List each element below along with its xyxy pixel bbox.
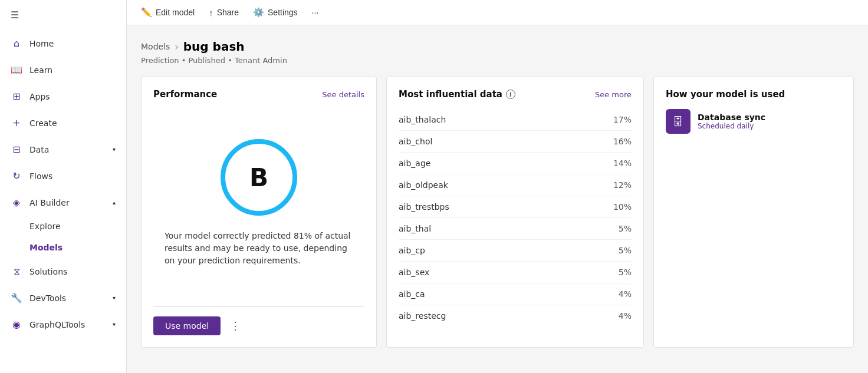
- table-row: aib_trestbps 10%: [399, 196, 632, 218]
- data-field-pct: 12%: [613, 180, 632, 190]
- sidebar-item-label: Apps: [29, 92, 50, 101]
- sidebar-item-data[interactable]: ⊟ Data ▾: [0, 136, 126, 163]
- how-used-card: How your model is used 🗄 Database sync S…: [653, 77, 854, 348]
- create-icon: +: [11, 117, 22, 128]
- data-field-name: aib_sex: [399, 268, 429, 277]
- table-row: aib_thalach 17%: [399, 109, 632, 131]
- learn-icon: 📖: [11, 64, 22, 75]
- performance-circle: B: [221, 139, 297, 216]
- performance-description: Your model correctly predicted 81% of ac…: [165, 230, 353, 267]
- performance-card: Performance See details B Your model cor…: [141, 77, 377, 348]
- table-row: aib_oldpeak 12%: [399, 174, 632, 196]
- table-row: aib_ca 4%: [399, 283, 632, 305]
- how-used-item: 🗄 Database sync Scheduled daily: [666, 109, 841, 134]
- data-field-pct: 5%: [619, 268, 632, 277]
- more-dots-icon: ⋮: [230, 320, 241, 332]
- breadcrumb-parent[interactable]: Models: [141, 42, 170, 51]
- edit-icon: ✏️: [141, 7, 152, 18]
- breadcrumb-current: bug bash: [183, 39, 245, 54]
- use-model-more-button[interactable]: ⋮: [225, 317, 245, 335]
- data-field-pct: 4%: [619, 289, 632, 299]
- sidebar-item-label: Create: [29, 118, 57, 128]
- sidebar-item-label: Data: [29, 145, 49, 154]
- performance-title: Performance: [153, 89, 217, 100]
- data-field-name: aib_chol: [399, 137, 432, 146]
- info-icon[interactable]: i: [506, 90, 515, 99]
- chevron-down-icon-2: ▾: [113, 295, 116, 301]
- sidebar-item-learn[interactable]: 📖 Learn: [0, 57, 126, 83]
- content-area: Models › bug bash Prediction • Published…: [127, 25, 868, 373]
- influential-data-list: aib_thalach 17% aib_chol 16% aib_age 14%…: [399, 109, 632, 326]
- influential-title: Most influential data i: [399, 89, 515, 100]
- edit-model-label: Edit model: [156, 8, 195, 17]
- how-used-title: How your model is used: [666, 89, 785, 100]
- how-used-info: Database sync Scheduled daily: [698, 113, 765, 130]
- db-sub-label: Scheduled daily: [698, 122, 765, 130]
- sidebar: ☰ ⌂ Home 📖 Learn ⊞ Apps + Create ⊟ Data …: [0, 0, 127, 373]
- sidebar-item-label: Flows: [29, 171, 52, 181]
- data-field-name: aib_thal: [399, 224, 431, 233]
- cards-row: Performance See details B Your model cor…: [141, 77, 854, 348]
- hamburger-icon: ☰: [11, 9, 19, 21]
- data-field-pct: 16%: [613, 137, 632, 146]
- share-icon: ↑: [209, 8, 213, 18]
- performance-grade: B: [249, 163, 268, 192]
- table-row: aib_thal 5%: [399, 218, 632, 240]
- settings-label: Settings: [268, 8, 298, 17]
- data-field-pct: 5%: [619, 224, 632, 233]
- main-content: ✏️ Edit model ↑ Share ⚙️ Settings ··· Mo…: [127, 0, 868, 373]
- data-field-name: aib_thalach: [399, 115, 446, 124]
- sidebar-toggle[interactable]: ☰: [0, 0, 126, 30]
- sidebar-item-solutions[interactable]: ⧖ Solutions: [0, 258, 126, 285]
- data-field-pct: 4%: [619, 311, 632, 321]
- see-more-button[interactable]: See more: [595, 90, 632, 99]
- sidebar-item-label: Home: [29, 39, 54, 48]
- sidebar-subitem-explore[interactable]: Explore: [0, 216, 126, 237]
- ellipsis-icon: ···: [312, 8, 319, 17]
- home-icon: ⌂: [11, 38, 22, 49]
- performance-card-header: Performance See details: [153, 89, 364, 100]
- solutions-icon: ⧖: [11, 266, 22, 277]
- data-field-pct: 14%: [613, 159, 632, 168]
- data-field-name: aib_oldpeak: [399, 180, 448, 190]
- more-options-button[interactable]: ···: [312, 8, 319, 17]
- influential-card-header: Most influential data i See more: [399, 89, 632, 100]
- performance-card-footer: Use model ⋮: [153, 306, 364, 335]
- toolbar: ✏️ Edit model ↑ Share ⚙️ Settings ···: [127, 0, 868, 25]
- data-field-pct: 5%: [619, 246, 632, 255]
- table-row: aib_chol 16%: [399, 131, 632, 153]
- settings-button[interactable]: ⚙️ Settings: [253, 7, 298, 18]
- sidebar-item-ai-builder[interactable]: ◈ AI Builder ▴: [0, 189, 126, 216]
- sidebar-item-home[interactable]: ⌂ Home: [0, 30, 126, 57]
- ai-builder-icon: ◈: [11, 197, 22, 208]
- chevron-down-icon: ▾: [113, 146, 116, 153]
- chevron-up-icon: ▴: [113, 199, 116, 206]
- sidebar-item-apps[interactable]: ⊞ Apps: [0, 83, 126, 110]
- apps-icon: ⊞: [11, 91, 22, 102]
- influential-data-card: Most influential data i See more aib_tha…: [386, 77, 644, 348]
- sidebar-item-graphqltools[interactable]: ◉ GraphQLTools ▾: [0, 311, 126, 338]
- sidebar-subitem-label: Explore: [29, 222, 61, 231]
- table-row: aib_cp 5%: [399, 240, 632, 262]
- sidebar-item-devtools[interactable]: 🔧 DevTools ▾: [0, 285, 126, 311]
- sidebar-item-flows[interactable]: ↻ Flows: [0, 163, 126, 189]
- edit-model-button[interactable]: ✏️ Edit model: [141, 7, 195, 18]
- sidebar-item-label: DevTools: [29, 293, 66, 303]
- breadcrumb-separator: ›: [175, 41, 178, 52]
- sidebar-item-create[interactable]: + Create: [0, 110, 126, 136]
- database-icon: 🗄: [666, 109, 691, 134]
- data-field-name: aib_trestbps: [399, 202, 449, 212]
- table-row: aib_sex 5%: [399, 262, 632, 283]
- see-details-button[interactable]: See details: [322, 90, 364, 99]
- use-model-button[interactable]: Use model: [153, 316, 221, 335]
- share-button[interactable]: ↑ Share: [209, 8, 239, 18]
- sidebar-item-label: Learn: [29, 65, 52, 75]
- table-row: aib_restecg 4%: [399, 305, 632, 326]
- chevron-down-icon-3: ▾: [113, 321, 116, 328]
- sidebar-item-label: GraphQLTools: [29, 320, 85, 329]
- page-subtitle: Prediction • Published • Tenant Admin: [141, 56, 854, 65]
- sidebar-subitem-models[interactable]: Models: [0, 237, 126, 258]
- data-field-pct: 17%: [613, 115, 632, 124]
- data-icon: ⊟: [11, 144, 22, 155]
- data-field-name: aib_cp: [399, 246, 425, 255]
